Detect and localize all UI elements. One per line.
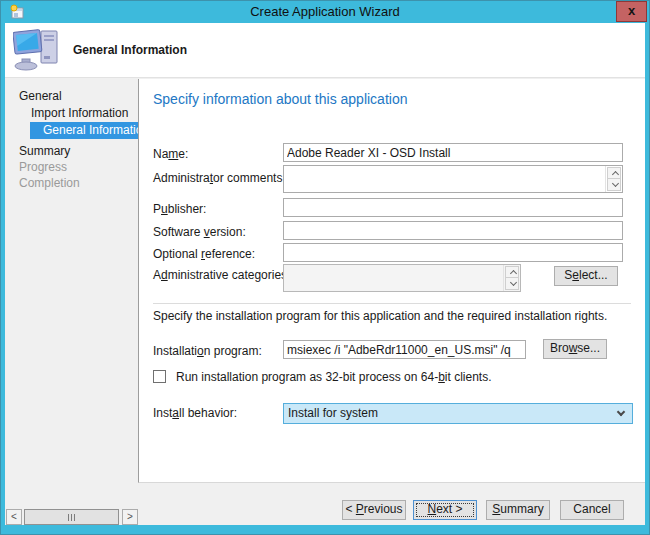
section-divider: [153, 303, 631, 304]
software-version-input[interactable]: [283, 221, 623, 240]
create-application-wizard-window: Create Application Wizard x General Info…: [0, 0, 650, 535]
chevron-down-icon: [617, 408, 625, 416]
name-label: Name:: [153, 147, 188, 161]
categories-scrollbar: [503, 265, 520, 291]
grip-icon: [71, 514, 72, 521]
wizard-body: General Import Information General Infor…: [5, 79, 645, 525]
chevron-down-icon: [505, 277, 519, 290]
installation-program-label: Installation program:: [153, 344, 262, 358]
run-32bit-checkbox-label[interactable]: Run installation program as 32-bit proce…: [176, 370, 492, 384]
install-behavior-label: Install behavior:: [153, 406, 237, 420]
previous-button[interactable]: < Previous: [342, 500, 406, 520]
administrator-comments-label: Administrator comments:: [153, 171, 286, 185]
administrative-categories-input: [283, 264, 521, 292]
publisher-label: Publisher:: [153, 202, 206, 216]
scrollbar-thumb[interactable]: [24, 509, 119, 525]
name-input[interactable]: [283, 143, 623, 162]
sidebar-item-general[interactable]: General: [19, 89, 62, 103]
software-version-label: Software version:: [153, 225, 246, 239]
sidebar-item-general-information-selected[interactable]: General Information: [30, 122, 138, 139]
sidebar-item-completion: Completion: [19, 176, 80, 190]
install-behavior-value: Install for system: [288, 406, 378, 420]
installation-program-input[interactable]: [283, 340, 526, 359]
sidebar-item-summary[interactable]: Summary: [19, 144, 70, 158]
chevron-right-icon[interactable]: >: [122, 509, 138, 525]
grip-icon: [68, 514, 69, 521]
chevron-down-icon[interactable]: [607, 178, 621, 191]
install-behavior-select[interactable]: Install for system: [283, 403, 633, 424]
summary-button[interactable]: Summary: [486, 500, 550, 520]
next-button[interactable]: Next >: [413, 500, 477, 520]
sidebar-item-import-information[interactable]: Import Information: [31, 106, 128, 120]
optional-reference-label: Optional reference:: [153, 247, 255, 261]
client-area: General Information General Import Infor…: [5, 23, 645, 525]
comments-scrollbar[interactable]: [605, 166, 622, 192]
sidebar-item-progress: Progress: [19, 160, 67, 174]
run-32bit-checkbox[interactable]: [153, 370, 166, 383]
header-page-title: General Information: [73, 43, 187, 57]
installation-section-text: Specify the installation program for thi…: [153, 309, 607, 323]
titlebar[interactable]: Create Application Wizard x: [1, 1, 649, 23]
browse-button[interactable]: Browse...: [543, 339, 607, 359]
select-categories-button[interactable]: Select...: [554, 266, 618, 286]
chevron-left-icon[interactable]: <: [6, 509, 22, 525]
general-information-panel: Specify information about this applicati…: [138, 79, 645, 483]
publisher-input[interactable]: [283, 198, 623, 217]
window-title: Create Application Wizard: [1, 4, 649, 19]
sidebar-horizontal-scrollbar[interactable]: < >: [6, 509, 138, 525]
administrator-comments-input[interactable]: [283, 165, 623, 193]
optional-reference-input[interactable]: [283, 243, 623, 262]
cancel-button[interactable]: Cancel: [560, 500, 624, 520]
page-heading: Specify information about this applicati…: [153, 91, 407, 107]
close-button[interactable]: x: [616, 1, 647, 22]
grip-icon: [74, 514, 75, 521]
computer-icon: [13, 29, 61, 71]
administrative-categories-label: Administrative categories:: [153, 268, 290, 282]
wizard-header: General Information: [5, 23, 645, 78]
